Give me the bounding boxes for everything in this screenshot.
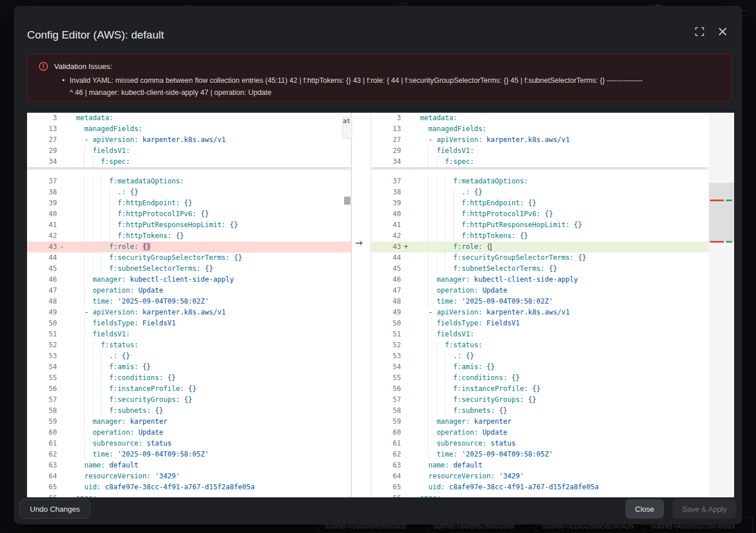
code-line-54[interactable]: 54 f:amis: {} — [27, 362, 351, 373]
code-line-48[interactable]: 48 time: '2025-09-04T09:58:02Z' — [371, 296, 709, 307]
diff-marker — [57, 220, 72, 231]
code-line-41[interactable]: 41 f:httpPutResponseHopLimit: {} — [371, 220, 709, 231]
code-line-39[interactable]: 39 f:httpEndpoint: {} — [371, 198, 709, 209]
indent-guide — [437, 362, 437, 373]
code-line-57[interactable]: 57 f:securityGroups: {} — [371, 394, 709, 405]
code-line-51[interactable]: 51 fieldsV1: — [371, 329, 709, 340]
code-line-38[interactable]: 38 .: {} — [27, 187, 351, 198]
line-content: name: default — [72, 460, 351, 471]
code-line-50[interactable]: 50 fieldsType: FieldsV1 — [27, 318, 351, 329]
code-line-3[interactable]: 3metadata: — [27, 113, 351, 124]
code-line-55[interactable]: 55 f:conditions: {} — [371, 373, 709, 384]
code-line-64[interactable]: 64 resourceVersion: '3429' — [371, 471, 709, 482]
code-line-66[interactable]: 66spec: — [371, 493, 709, 497]
fullscreen-button[interactable] — [693, 25, 707, 39]
code-line-44[interactable]: 44 f:securityGroupSelectorTerms: {} — [371, 252, 709, 263]
code-line-45[interactable]: 45 f:subnetSelectorTerms: {} — [27, 263, 351, 274]
code-line-47[interactable]: 47 operation: Update — [27, 285, 351, 296]
code-line-53[interactable]: 53 .: {} — [371, 351, 709, 362]
code-line-65[interactable]: 65 uid: c8afe97e-38cc-4f91-a767-d15f2a8f… — [27, 482, 351, 493]
code-line-59[interactable]: 59 manager: karpenter — [27, 416, 351, 427]
indent-guide — [437, 252, 437, 263]
code-line-37[interactable]: 37 f:metadataOptions: — [27, 176, 351, 187]
modified-code[interactable]: 37 f:metadataOptions:38 .: {}39 f:httpEn… — [371, 176, 709, 497]
code-line-37[interactable]: 37 f:metadataOptions: — [371, 176, 709, 187]
code-line-58[interactable]: 58 f:subnets: {} — [371, 405, 709, 416]
code-line-58[interactable]: 58 f:subnets: {} — [27, 405, 351, 416]
diff-modified-pane[interactable]: 37 f:metadataOptions:38 .: {}39 f:httpEn… — [371, 113, 709, 497]
code-line-45[interactable]: 45 f:subnetSelectorTerms: {} — [371, 263, 709, 274]
code-line-60[interactable]: 60 operation: Update — [27, 427, 351, 438]
undo-changes-button[interactable]: Undo Changes — [20, 499, 90, 519]
minimap[interactable] — [709, 113, 734, 497]
diff-marker — [57, 285, 72, 296]
code-line-46[interactable]: 46 manager: kubectl-client-side-apply — [371, 274, 709, 285]
code-line-63[interactable]: 63 name: default — [371, 460, 709, 471]
revert-change-arrow-icon[interactable]: → — [355, 237, 362, 248]
code-line-56[interactable]: 56 f:instanceProfile: {} — [371, 384, 709, 394]
code-line-29[interactable]: 29 fieldsV1: — [371, 145, 709, 156]
code-line-27[interactable]: 27 - apiVersion: karpenter.k8s.aws/v1 — [27, 135, 351, 145]
code-line-34[interactable]: 34 f:spec: — [371, 156, 709, 167]
code-line-34[interactable]: 34 f:spec: — [27, 156, 351, 167]
code-line-57[interactable]: 57 f:securityGroups: {} — [27, 394, 351, 405]
dialog-title: Config Editor (AWS): default — [27, 29, 164, 41]
code-line-29[interactable]: 29 fieldsV1: — [27, 145, 351, 156]
original-code[interactable]: 37 f:metadataOptions:38 .: {}39 f:httpEn… — [27, 176, 351, 497]
indent-guide — [109, 209, 110, 220]
editor-sash[interactable] — [351, 113, 352, 497]
code-line-64[interactable]: 64 resourceVersion: '3429' — [27, 471, 351, 482]
code-line-63[interactable]: 63 name: default — [27, 460, 351, 471]
code-line-54[interactable]: 54 f:amis: {} — [371, 362, 709, 373]
code-line-49[interactable]: 49 - apiVersion: karpenter.k8s.aws/v1 — [27, 307, 351, 318]
code-line-42[interactable]: 42 f:httpTokens: {} — [27, 231, 351, 241]
code-line-62[interactable]: 62 time: '2025-09-04T09:58:05Z' — [27, 449, 351, 460]
code-line-41[interactable]: 41 f:httpPutResponseHopLimit: {} — [27, 220, 351, 231]
code-line-42[interactable]: 42 f:httpTokens: {} — [371, 231, 709, 241]
diff-editor[interactable]: 37 f:metadataOptions:38 .: {}39 f:httpEn… — [27, 113, 734, 497]
code-line-61[interactable]: 61 subresource: status — [371, 438, 709, 449]
code-line-39[interactable]: 39 f:httpEndpoint: {} — [27, 198, 351, 209]
code-line-52[interactable]: 52 f:status: — [27, 340, 351, 351]
code-line-43[interactable]: 43+ f:role: { — [371, 241, 709, 252]
code-line-56[interactable]: 56 f:instanceProfile: {} — [27, 384, 351, 394]
code-line-55[interactable]: 55 f:conditions: {} — [27, 373, 351, 384]
code-line-27[interactable]: 27 - apiVersion: karpenter.k8s.aws/v1 — [371, 135, 709, 145]
line-content: f:httpPutResponseHopLimit: {} — [72, 220, 351, 231]
save-apply-button[interactable]: Save & Apply — [673, 499, 736, 519]
indent-guide — [437, 394, 437, 405]
code-line-43[interactable]: 43- f:role: {} — [27, 241, 351, 252]
diff-marker — [401, 252, 416, 263]
code-line-50[interactable]: 50 fieldsType: FieldsV1 — [371, 318, 709, 329]
code-line-66[interactable]: 66spec: — [27, 493, 351, 497]
code-line-65[interactable]: 65 uid: c8afe97e-38cc-4f91-a767-d15f2a8f… — [371, 482, 709, 493]
code-line-13[interactable]: 13 managedFields: — [27, 124, 351, 135]
line-content: spec: — [72, 493, 351, 497]
code-line-46[interactable]: 46 manager: kubectl-client-side-apply — [27, 274, 351, 285]
code-line-59[interactable]: 59 manager: karpenter — [371, 416, 709, 427]
diff-original-pane[interactable]: 37 f:metadataOptions:38 .: {}39 f:httpEn… — [27, 113, 351, 497]
code-line-49[interactable]: 49 - apiVersion: karpenter.k8s.aws/v1 — [371, 307, 709, 318]
code-line-48[interactable]: 48 time: '2025-09-04T09:58:02Z' — [27, 296, 351, 307]
code-line-47[interactable]: 47 operation: Update — [371, 285, 709, 296]
indent-guide — [101, 405, 101, 416]
code-line-3[interactable]: 3metadata: — [371, 113, 709, 124]
code-line-51[interactable]: 51 fieldsV1: — [27, 329, 351, 340]
line-content: fieldsV1: — [416, 329, 709, 340]
code-line-53[interactable]: 53 .: {} — [27, 351, 351, 362]
line-content: - apiVersion: karpenter.k8s.aws/v1 — [416, 307, 709, 318]
code-line-13[interactable]: 13 managedFields: — [371, 124, 709, 135]
close-button[interactable]: Close — [625, 499, 664, 519]
code-line-40[interactable]: 40 f:httpProtocolIPv6: {} — [371, 209, 709, 220]
close-dialog-button[interactable] — [716, 25, 730, 39]
indent-guide — [101, 394, 101, 405]
code-line-38[interactable]: 38 .: {} — [371, 187, 709, 198]
code-line-44[interactable]: 44 f:securityGroupSelectorTerms: {} — [27, 252, 351, 263]
code-line-62[interactable]: 62 time: '2025-09-04T09:58:05Z' — [371, 449, 709, 460]
code-line-52[interactable]: 52 f:status: — [371, 340, 709, 351]
code-line-61[interactable]: 61 subresource: status — [27, 438, 351, 449]
code-line-40[interactable]: 40 f:httpProtocolIPv6: {} — [27, 209, 351, 220]
original-scrollbar-thumb[interactable] — [344, 197, 350, 205]
code-line-60[interactable]: 60 operation: Update — [371, 427, 709, 438]
minimap-slider[interactable] — [709, 183, 734, 242]
